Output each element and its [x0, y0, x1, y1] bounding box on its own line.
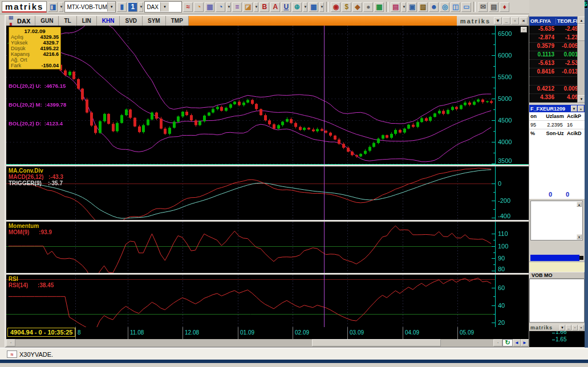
contract-info-table: onUzlasmAcikP952.239516%Son-UzAcikD — [529, 112, 585, 138]
quote-row[interactable]: 4.3364.093 — [529, 94, 585, 103]
chevron-down-icon[interactable]: ▼ — [160, 2, 169, 11]
alarm-icon[interactable]: ♦ — [500, 2, 509, 12]
page-1-icon[interactable]: 1 — [128, 2, 137, 12]
mini-minimize-button[interactable]: _ — [566, 325, 571, 331]
column-header[interactable]: OR.FIYA — [529, 18, 556, 24]
window-h-icon[interactable]: ◫ — [451, 2, 460, 12]
scroll-right-arrow[interactable]: ► — [521, 339, 529, 346]
crosshair-icon[interactable]: ⊕ — [292, 2, 302, 12]
layers-icon[interactable]: ≡ — [232, 2, 242, 12]
candlestick-icon[interactable]: ▮ — [7, 21, 15, 26]
crosshair-icon-dropdown[interactable]: ▼ — [303, 2, 307, 12]
calendar-add-icon-dropdown[interactable]: ▼ — [402, 2, 406, 12]
print-icon[interactable]: ▤ — [489, 2, 498, 12]
eraser-icon-dropdown[interactable]: ▼ — [254, 2, 258, 12]
page-1-icon-dropdown[interactable]: ▼ — [139, 2, 143, 12]
titlebar-combo-button[interactable]: ▼ — [494, 17, 502, 25]
mini-maximize-button[interactable]: ▫ — [572, 325, 578, 331]
window-v-icon[interactable]: ▭ — [461, 2, 471, 12]
mail-icon[interactable]: ✉ — [478, 2, 488, 12]
chart-panes-icon[interactable]: ▥ — [7, 16, 15, 21]
quote-row[interactable]: -5.635-2.499 — [529, 26, 585, 34]
pie-chart-icon[interactable]: ◔ — [194, 2, 204, 12]
quote-row[interactable]: -2.874-1.238 — [529, 34, 585, 43]
macd-chart[interactable] — [6, 166, 529, 220]
mini-chart-panel[interactable]: 1.66 1.65 — [529, 331, 585, 347]
symbol-combo[interactable]: DAX▼ — [144, 1, 182, 13]
quote-row[interactable]: -5.613-2.536 — [529, 60, 585, 68]
font-color-icon[interactable]: A — [270, 2, 280, 12]
scroll-up-icon[interactable]: ▲ — [577, 202, 582, 207]
tile-windows-icon-dropdown[interactable]: ▼ — [319, 2, 324, 12]
momentum-chart[interactable] — [6, 222, 529, 273]
info-row: Ağ. Ort — [11, 57, 59, 63]
sidebar-list-panel[interactable]: ▲ ▼ — [530, 201, 583, 240]
user-icon[interactable]: ☻ — [429, 2, 439, 12]
refresh-button[interactable]: ↻ — [502, 339, 513, 346]
underline-icon[interactable]: U — [281, 2, 291, 12]
contract-dropdown-icon[interactable]: ▼ — [571, 105, 577, 112]
mini-close-button[interactable]: × — [578, 325, 584, 331]
link-icon[interactable]: ◉ — [331, 2, 340, 12]
scroll-down-icon[interactable]: ▼ — [577, 234, 582, 239]
quote-bubble-icon[interactable]: ▧ — [418, 2, 428, 12]
quote-row[interactable]: 0.42120.0092 — [529, 85, 585, 94]
pin-icon[interactable]: ● — [363, 2, 373, 12]
chart-icon[interactable]: ≈ — [183, 2, 193, 12]
mode-button-sym[interactable]: SYM — [142, 16, 165, 26]
globe-icon[interactable]: ◎ — [440, 2, 449, 12]
bold-icon[interactable]: B — [259, 2, 269, 12]
mini-titlebar-combo-button[interactable]: ▼ — [559, 325, 565, 331]
window-edge-border — [585, 9, 588, 348]
selection-handle[interactable] — [579, 256, 583, 260]
clock-icon-dropdown[interactable]: ▼ — [226, 2, 231, 12]
mode-button-tl[interactable]: TL — [58, 16, 76, 26]
taskbar-item[interactable]: ≈ X30YVADE. — [3, 350, 56, 358]
tile-windows-icon[interactable]: ▦ — [309, 2, 318, 12]
selection-highlight-bar[interactable] — [530, 255, 579, 261]
save-icon[interactable]: ◨ — [48, 2, 58, 12]
quote-table-scrollbar[interactable]: ▲ ▼ — [577, 17, 585, 103]
chevron-down-icon[interactable]: ▼ — [107, 2, 115, 11]
chart-titlebar[interactable]: ▥▮ DAX GUNTLLINKHNSVDSYMTMP matriks ▼_▫× — [6, 16, 528, 26]
minimize-button[interactable]: _ — [502, 17, 510, 25]
chart-horizontal-scrollbar[interactable]: · · ↻ ◄ ► — [6, 339, 529, 346]
quote-row[interactable]: 0.11130.0017 — [529, 51, 585, 60]
contract-expand-icon[interactable]: » — [578, 105, 584, 112]
scrollbar-thumb[interactable] — [312, 339, 441, 346]
rsi-chart[interactable] — [6, 275, 529, 327]
workspace-combo[interactable]: MTX-VOB-TUM▼ — [64, 1, 116, 13]
save-icon-dropdown[interactable]: ▼ — [59, 2, 63, 12]
maximize-button[interactable]: ▫ — [511, 17, 519, 25]
vob-panel-header[interactable]: VOB MO — [529, 272, 585, 279]
mode-button-svd[interactable]: SVD — [119, 16, 142, 26]
vob-list-panel[interactable] — [529, 279, 585, 323]
scrollbar-track[interactable] — [15, 339, 493, 346]
quote-table-header[interactable]: OR.FIYA TEOR.FIY — [529, 17, 585, 26]
scrollbar-dot-button[interactable]: · — [493, 339, 502, 346]
contract-name[interactable]: F_FXEUR1209 — [529, 106, 571, 112]
scroll-left-arrow[interactable]: ◄ — [513, 339, 521, 346]
scrollbar-left-button[interactable]: · — [6, 339, 15, 346]
mode-button-tmp[interactable]: TMP — [165, 16, 188, 26]
close-button[interactable]: × — [520, 17, 528, 25]
chart-restore-icon[interactable]: ▫ — [521, 27, 527, 32]
money-icon[interactable]: $ — [342, 2, 351, 12]
mode-button-khn[interactable]: KHN — [96, 16, 120, 26]
mode-button-lin[interactable]: LIN — [76, 16, 96, 26]
mode-button-gun[interactable]: GUN — [35, 16, 58, 26]
contract-selector-bar[interactable]: F_FXEUR1209 ▼ » — [529, 105, 585, 112]
main-price-chart[interactable] — [6, 26, 529, 165]
copy-pages-icon[interactable]: ▣ — [407, 2, 417, 12]
calendar-add-icon[interactable]: ▤ — [391, 2, 400, 12]
grid-icon[interactable]: ▦ — [374, 2, 384, 12]
quote-row[interactable]: 0.8416-0.0139 — [529, 68, 585, 77]
clock-icon[interactable]: ◔ — [216, 2, 225, 12]
sheet-icon[interactable]: ▦ — [205, 2, 214, 12]
eraser-icon[interactable]: ◪ — [243, 2, 253, 12]
quote-row[interactable]: 0.3579-0.0056 — [529, 43, 585, 51]
mini-window-titlebar[interactable]: matriks ▼_▫× — [529, 324, 585, 331]
basket-icon[interactable]: ◆ — [352, 2, 362, 12]
new-page-icon[interactable]: ▮ — [117, 2, 127, 12]
quote-row[interactable] — [529, 77, 585, 85]
